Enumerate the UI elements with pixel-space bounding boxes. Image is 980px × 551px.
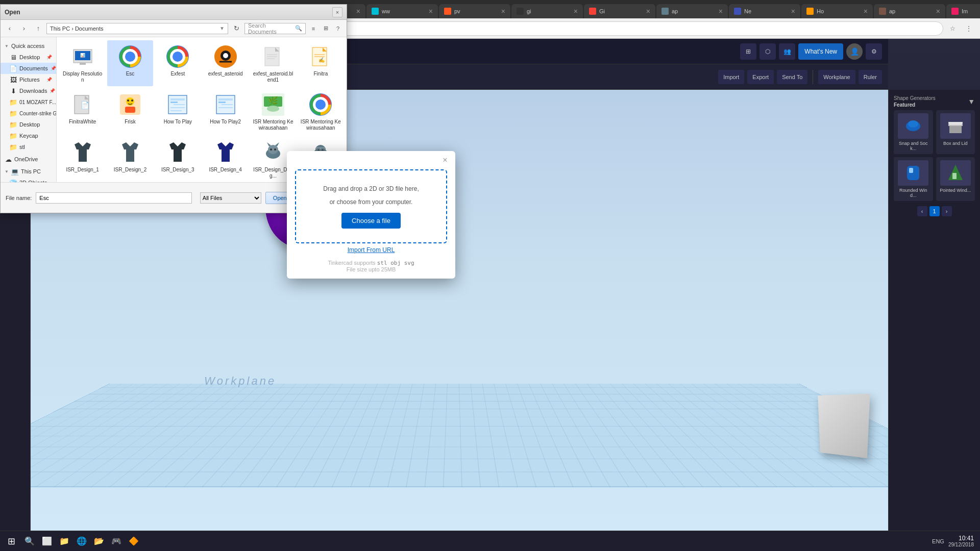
ruler-btn[interactable]: Ruler [859,70,882,84]
3d-view-btn[interactable]: ⬡ [760,43,776,60]
tab-gi2[interactable]: Gi × [584,4,655,18]
refresh-nav-btn[interactable]: ↻ [230,23,242,34]
sidebar-desktop-2[interactable]: 📁 Desktop [1,119,56,130]
bookmark-icon[interactable]: ☆ [945,21,960,36]
import-btn[interactable]: Import [718,70,744,84]
import-close-button[interactable]: × [440,155,450,165]
shapes-expand-btn[interactable]: ▼ [968,97,975,106]
tab-close-btn[interactable]: × [791,7,795,15]
sidebar-documents-1[interactable]: 📄 Documents 📌 [1,63,56,74]
up-nav-btn[interactable]: ↑ [32,23,44,34]
file-item[interactable]: How To Play2 [203,88,248,134]
file-item[interactable]: ISR Mentoring Kewirausahaan [298,88,344,134]
community-btn[interactable]: 👥 [779,43,795,60]
file-item[interactable]: How To Play [155,88,201,134]
tab-ww[interactable]: ww × [366,4,438,18]
grid-view-btn[interactable]: ⊞ [740,43,756,60]
tab-close-btn[interactable]: × [719,7,723,15]
tab-ap2[interactable]: ap × [874,4,945,18]
send-to-btn[interactable]: Send To [777,70,807,84]
tab-close-btn[interactable]: × [646,7,650,15]
file-item[interactable]: Exfest [155,40,201,86]
settings-btn[interactable]: ⚙ [866,43,882,60]
file-manager-taskbar[interactable]: 📂 [91,533,107,549]
tab-close-btn[interactable]: × [356,7,360,15]
tab-close-btn[interactable]: × [936,7,940,15]
tab-close-btn[interactable]: × [574,7,578,15]
start-button[interactable]: ⊞ [2,532,20,550]
view-help-btn[interactable]: ? [332,23,344,34]
shape-thumb-snap [898,113,928,139]
sidebar-stl[interactable]: 📁 stl [1,141,56,153]
menu-icon[interactable]: ⋮ [962,21,976,36]
view-grid-btn[interactable]: ⊞ [320,23,331,34]
sidebar-label: Downloads [19,88,47,94]
sidebar-label: Pictures [19,77,40,83]
sidebar-this-pc[interactable]: ▼ 💻 This PC [1,166,56,177]
import-url-link[interactable]: Import From URL [348,246,395,254]
shape-item-box[interactable]: Box and Lid [936,110,975,154]
sidebar-keycap[interactable]: 📁 Keycap [1,130,56,141]
search-taskbar-btn[interactable]: 🔍 [21,533,38,549]
file-item[interactable]: Frisk [107,88,153,134]
svg-rect-38 [125,107,135,113]
file-item[interactable]: ✍ Finitra [298,40,344,86]
tab-pv[interactable]: pv × [439,4,510,18]
folder-icon: 📁 [10,98,17,106]
taskbar-clock: 10:41 29/12/2018 [948,535,974,547]
tab-ho[interactable]: Ho × [801,4,873,18]
file-item[interactable]: Esc [107,40,153,86]
task-view-btn[interactable]: ⬜ [39,533,55,549]
pictures-icon: 🖼 [10,76,17,83]
blender-taskbar[interactable]: 🔶 [126,533,142,549]
file-item[interactable]: exfest_asteroid.blend1 [250,40,296,86]
tab-close-btn[interactable]: × [501,7,505,15]
import-dropzone[interactable]: Drag and drop a 2D or 3D file here, or c… [295,169,447,243]
file-item[interactable]: ISR_Design_4 [203,136,248,182]
tab-ap1[interactable]: ap × [656,4,728,18]
workplane-btn[interactable]: Workplane [818,70,855,84]
file-item[interactable]: 🌿 ISR Mentoring Kewirausahaan [250,88,296,134]
sidebar-3dobjects[interactable]: 🧊 3D Objects [1,177,56,182]
prev-page-btn[interactable]: ‹ [917,206,927,216]
shape-item-wind1[interactable]: Rounded Wind... [894,157,933,201]
sidebar-mozart[interactable]: 📁 01 MOZART F... 📌 [1,96,56,108]
sidebar-counter[interactable]: 📁 Counter-strike G... [1,108,56,119]
file-item[interactable]: ISR_Design_2 [107,136,153,182]
file-item[interactable]: ISR_Design_1 [60,136,105,182]
file-explorer-taskbar[interactable]: 📁 [56,533,72,549]
next-page-btn[interactable]: › [942,206,952,216]
tab-im[interactable]: Im × [946,4,980,18]
sidebar-downloads[interactable]: ⬇ Downloads 📌 [1,85,56,96]
tab-close-btn[interactable]: × [864,7,868,15]
path-dropdown[interactable]: ▼ [219,26,225,31]
forward-nav-btn[interactable]: › [18,23,30,34]
view-list-btn[interactable]: ≡ [308,23,319,34]
filetype-select[interactable]: All Files [200,192,261,204]
shape-item-snap[interactable]: Snap and Sock... [894,110,933,154]
game-taskbar[interactable]: 🎮 [108,533,125,549]
sidebar-desktop-1[interactable]: 🖥 Desktop 📌 [1,52,56,63]
export-btn[interactable]: Export [747,70,774,84]
file-item[interactable]: ISR_Design_3 [155,136,201,182]
file-item[interactable]: 📄 FinitraWhite [60,88,105,134]
dialog-path-bar[interactable]: This PC › Documents ▼ [46,23,228,34]
tab-close-btn[interactable]: × [429,7,433,15]
whats-new-btn[interactable]: What's New [798,43,843,60]
back-nav-btn[interactable]: ‹ [4,23,16,34]
choose-file-button[interactable]: Choose a file [341,213,401,229]
file-item[interactable]: 📊 Display Resolution [60,40,105,86]
shape-item-wind2[interactable]: Pointed Wind... [936,157,975,201]
file-item[interactable]: exfest_asteroid [203,40,248,86]
sidebar-pictures[interactable]: 🖼 Pictures 📌 [1,74,56,85]
sidebar-onedrive[interactable]: ☁ OneDrive [1,154,56,165]
edge-browser-taskbar[interactable]: 🌐 [74,533,90,549]
tab-gi1[interactable]: gi × [511,4,583,18]
dialog-close-button[interactable]: × [332,7,342,17]
dialog-search-bar[interactable]: Search Documents 🔍 [244,23,306,34]
user-avatar[interactable]: 👤 [846,43,863,60]
tab-favicon [662,8,669,15]
tab-ne[interactable]: Ne × [729,4,800,18]
filename-input[interactable]: Esc [36,192,191,204]
sidebar-quick-access-header[interactable]: ▼ Quick access [1,40,56,52]
